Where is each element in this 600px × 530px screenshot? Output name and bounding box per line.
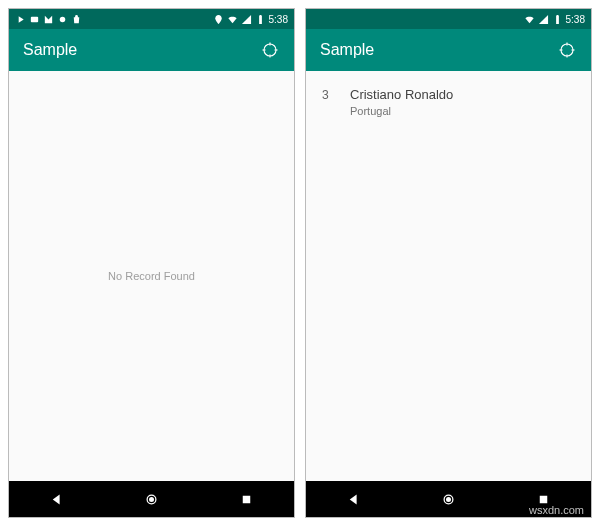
- item-country: Portugal: [350, 105, 453, 117]
- svg-rect-17: [540, 495, 548, 503]
- bag-icon: [71, 14, 82, 25]
- svg-rect-9: [243, 495, 251, 503]
- content-area: 3 Cristiano Ronaldo Portugal: [306, 71, 591, 481]
- navigation-bar: [9, 481, 294, 517]
- mail-icon: [43, 14, 54, 25]
- app-bar: Sample: [306, 29, 591, 71]
- watermark: wsxdn.com: [529, 504, 584, 516]
- item-body: Cristiano Ronaldo Portugal: [350, 87, 453, 117]
- empty-message: No Record Found: [108, 270, 195, 282]
- nav-home-button[interactable]: [132, 481, 172, 517]
- svg-point-8: [149, 497, 154, 502]
- phone-screen-left: 5:38 Sample No Record Found: [8, 8, 295, 518]
- status-time: 5:38: [566, 14, 585, 25]
- status-time: 5:38: [269, 14, 288, 25]
- signal-icon: [241, 14, 252, 25]
- menu-action-button[interactable]: [260, 40, 280, 60]
- phone-screen-right: 5:38 Sample 3 Cristiano Ronaldo Portugal: [305, 8, 592, 518]
- list-item[interactable]: 3 Cristiano Ronaldo Portugal: [322, 83, 575, 121]
- status-bar: 5:38: [306, 9, 591, 29]
- svg-point-2: [264, 44, 276, 56]
- nav-recent-button[interactable]: [227, 481, 267, 517]
- target-icon: [558, 41, 576, 59]
- app-title: Sample: [320, 41, 374, 59]
- svg-point-10: [561, 44, 573, 56]
- nav-back-button[interactable]: [334, 481, 374, 517]
- back-icon: [49, 492, 64, 507]
- recent-icon: [239, 492, 254, 507]
- battery-icon: [255, 14, 266, 25]
- rect-icon: [29, 14, 40, 25]
- app-bar: Sample: [9, 29, 294, 71]
- play-icon: [15, 14, 26, 25]
- status-icons-right: 5:38: [524, 14, 585, 25]
- back-icon: [346, 492, 361, 507]
- target-icon: [261, 41, 279, 59]
- location-icon: [213, 14, 224, 25]
- signal-icon: [538, 14, 549, 25]
- svg-point-1: [60, 16, 66, 22]
- content-area: No Record Found: [9, 71, 294, 481]
- status-icons-left: [15, 14, 82, 25]
- circle-icon: [57, 14, 68, 25]
- battery-icon: [552, 14, 563, 25]
- svg-rect-0: [31, 16, 38, 22]
- nav-back-button[interactable]: [37, 481, 77, 517]
- records-list: 3 Cristiano Ronaldo Portugal: [306, 71, 591, 133]
- status-bar: 5:38: [9, 9, 294, 29]
- app-title: Sample: [23, 41, 77, 59]
- menu-action-button[interactable]: [557, 40, 577, 60]
- wifi-icon: [524, 14, 535, 25]
- item-id: 3: [322, 87, 332, 117]
- home-icon: [441, 492, 456, 507]
- svg-point-16: [446, 497, 451, 502]
- item-name: Cristiano Ronaldo: [350, 87, 453, 102]
- status-icons-right: 5:38: [213, 14, 288, 25]
- home-icon: [144, 492, 159, 507]
- nav-home-button[interactable]: [429, 481, 469, 517]
- wifi-icon: [227, 14, 238, 25]
